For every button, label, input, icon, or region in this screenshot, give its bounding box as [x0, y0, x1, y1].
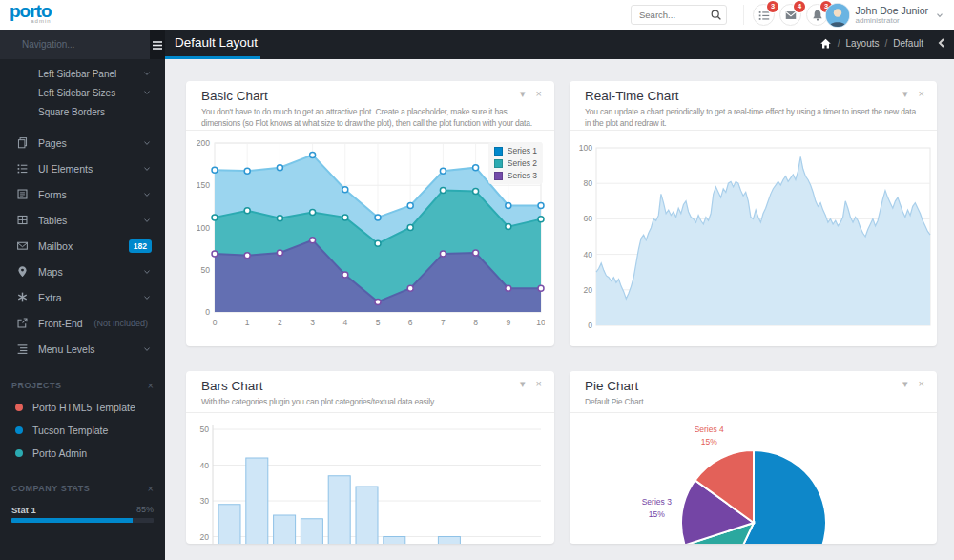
svg-text:40: 40	[584, 250, 593, 259]
sidebar-item-menu-levels[interactable]: Menu Levels	[0, 336, 165, 362]
forms-icon	[16, 188, 29, 200]
svg-text:1: 1	[245, 318, 250, 327]
sidebar-item-label: UI Elements	[38, 163, 142, 175]
svg-text:2: 2	[278, 318, 282, 327]
svg-text:20: 20	[584, 285, 593, 295]
avatar-image	[826, 4, 849, 27]
sidebar-item-note: (Not Included)	[93, 319, 148, 328]
realtime-chart-canvas: 020406080100	[579, 140, 932, 331]
title-accent-strip	[165, 56, 260, 59]
app-logo[interactable]: porto admin	[10, 3, 52, 24]
legend-swatch	[494, 159, 503, 168]
project-status-dot	[15, 449, 23, 457]
svg-text:80: 80	[584, 178, 593, 188]
svg-text:7: 7	[441, 318, 446, 327]
user-name: John Doe Junior	[856, 5, 928, 16]
sidebar-item-ui-elements[interactable]: UI Elements	[0, 156, 165, 181]
breadcrumb-separator: /	[838, 38, 840, 49]
chevron-down-icon	[935, 10, 944, 20]
sidebar-item-tables[interactable]: Tables	[0, 207, 165, 233]
panel-close-button[interactable]: ×	[919, 89, 924, 99]
svg-text:20: 20	[200, 532, 210, 542]
sidebar-item-maps[interactable]: Maps	[0, 259, 165, 284]
hamburger-icon	[150, 37, 165, 52]
breadcrumb-item-layouts[interactable]: Layouts	[846, 38, 880, 49]
pie-chart-panel: Pie Chart Default Pie Chart ▾ × Series 3…	[570, 371, 937, 544]
svg-text:40: 40	[200, 461, 210, 470]
sidebar-item-forms[interactable]: Forms	[0, 181, 165, 207]
navigation-search-input[interactable]	[0, 30, 150, 59]
search-input[interactable]	[632, 10, 706, 20]
panel-collapse-button[interactable]: ▾	[902, 379, 908, 389]
project-label: Porto HTML5 Template	[32, 402, 135, 413]
panel-collapse-button[interactable]: ▾	[520, 89, 526, 99]
chevron-down-icon	[142, 88, 152, 97]
chevron-down-icon	[142, 216, 152, 225]
panel-close-button[interactable]: ×	[536, 89, 542, 99]
panel-close-button[interactable]: ×	[536, 379, 542, 389]
breadcrumb-item-default[interactable]: Default	[893, 38, 923, 49]
forms-icon	[15, 188, 30, 200]
notification-button-envelope[interactable]: 4	[779, 4, 801, 26]
project-label: Tucson Template	[32, 425, 108, 436]
svg-text:60: 60	[584, 214, 593, 223]
svg-text:6: 6	[408, 318, 413, 327]
sidebar-item-label: Front-End	[38, 318, 93, 329]
header-collapse-button[interactable]	[936, 36, 947, 53]
svg-text:50: 50	[200, 425, 210, 434]
panel-title: Real-Time Chart	[585, 88, 922, 105]
svg-text:200: 200	[197, 138, 210, 148]
svg-text:100: 100	[579, 143, 592, 153]
main-content: Basic Chart You don't have to do much to…	[165, 59, 954, 560]
project-status-dot	[15, 404, 23, 411]
sidebar-subitem-square-borders[interactable]: Square Borders	[0, 102, 165, 121]
company-stats-section: COMPANY STATS × Stat 1 85%	[0, 478, 165, 523]
sidebar-toggle-button[interactable]	[150, 30, 165, 59]
sidebar-subitem-label: Square Borders	[38, 107, 152, 117]
breadcrumb: /Layouts/Default	[819, 30, 923, 56]
sidebar-item-label: Extra	[38, 292, 142, 303]
project-item-tucson-template[interactable]: Tucson Template	[11, 419, 154, 442]
sidebar-subitem-left-sidebar-sizes[interactable]: Left Sidebar Sizes	[0, 83, 165, 102]
sidebar-item-pages[interactable]: Pages	[0, 130, 165, 156]
sidebar-item-label: Maps	[38, 266, 142, 278]
projects-list: Porto HTML5 TemplateTucson TemplatePorto…	[11, 396, 154, 465]
chart-legend: Series 1Series 2Series 3	[488, 142, 543, 184]
ui-elements-icon	[15, 162, 30, 175]
sidebar-item-label: Pages	[38, 137, 142, 149]
sidebar-item-mailbox[interactable]: Mailbox182	[0, 233, 165, 259]
panel-title: Bars Chart	[201, 378, 539, 395]
panel-title: Pie Chart	[585, 378, 922, 395]
svg-text:3: 3	[310, 318, 315, 327]
projects-title: PROJECTS	[11, 381, 148, 390]
sidebar-subitem-left-sidebar-panel[interactable]: Left Sidebar Panel	[0, 64, 165, 83]
pages-icon	[16, 136, 29, 149]
user-menu[interactable]: John Doe Junior administrator	[826, 3, 944, 27]
chevron-down-icon	[142, 190, 152, 199]
menu-levels-icon	[15, 342, 30, 355]
company-stats-close-button[interactable]: ×	[148, 484, 154, 493]
svg-text:4: 4	[342, 318, 347, 327]
svg-text:0: 0	[588, 321, 592, 330]
panel-collapse-button[interactable]: ▾	[902, 89, 908, 99]
project-item-porto-html5-template[interactable]: Porto HTML5 Template	[11, 396, 154, 419]
stat-progress-fill	[11, 518, 133, 523]
sidebar-item-front-end[interactable]: Front-End(Not Included)	[0, 310, 165, 336]
sidebar-item-extra[interactable]: Extra	[0, 284, 165, 310]
svg-text:Series 4: Series 4	[695, 425, 724, 434]
project-item-porto-admin[interactable]: Porto Admin	[11, 442, 154, 465]
panel-close-button[interactable]: ×	[919, 379, 924, 389]
front-end-icon	[15, 317, 30, 329]
realtime-chart-panel: Real-Time Chart You can update a chart p…	[570, 81, 937, 346]
notification-button-tasks[interactable]: 3	[753, 4, 775, 26]
maps-icon	[16, 265, 29, 278]
panel-description: Default Pie Chart	[585, 396, 922, 407]
chevron-down-icon	[142, 69, 152, 78]
home-icon[interactable]	[819, 37, 832, 50]
projects-close-button[interactable]: ×	[148, 381, 154, 390]
search-button[interactable]	[706, 9, 726, 21]
legend-entry: Series 3	[494, 171, 537, 180]
search-icon	[710, 9, 722, 21]
legend-entry: Series 1	[494, 146, 537, 156]
panel-collapse-button[interactable]: ▾	[520, 379, 526, 389]
